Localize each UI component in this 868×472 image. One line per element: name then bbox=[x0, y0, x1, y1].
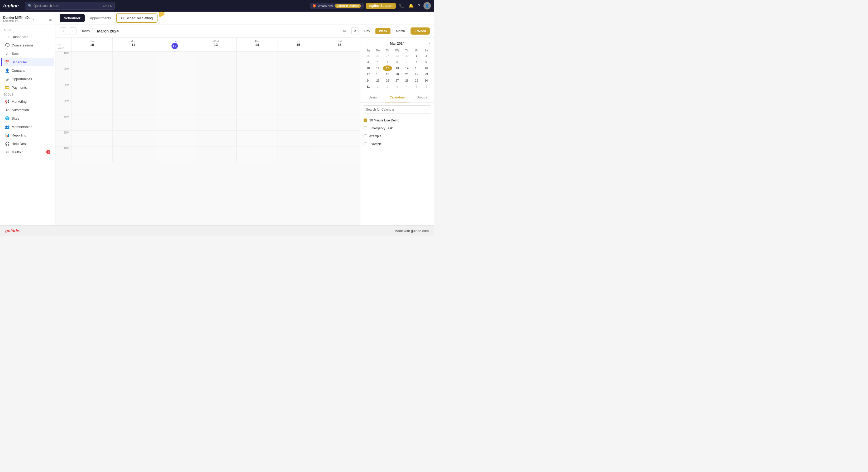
sidebar-collapse-button[interactable]: ☰ bbox=[49, 17, 52, 21]
calendar-cell[interactable] bbox=[319, 83, 360, 99]
mini-cal-day[interactable]: 25 bbox=[373, 78, 382, 83]
day-header-sat[interactable]: Sat 16 bbox=[319, 37, 360, 51]
support-button[interactable]: topline Support bbox=[366, 3, 396, 9]
mini-cal-prev[interactable]: ‹ bbox=[364, 41, 367, 46]
mini-cal-day[interactable]: 20 bbox=[393, 71, 402, 77]
sidebar-item-memberships[interactable]: 👥 Memberships bbox=[1, 123, 54, 131]
calendar-cell[interactable] bbox=[195, 67, 236, 83]
new-event-button[interactable]: + Week bbox=[410, 27, 430, 35]
tab-appointments[interactable]: Appointments bbox=[86, 14, 115, 22]
calendar-cell[interactable] bbox=[195, 131, 236, 147]
list-item[interactable]: Emergency Task bbox=[361, 124, 434, 132]
mini-cal-day[interactable]: 5 bbox=[383, 59, 392, 65]
rp-tab-calendars[interactable]: Calendars bbox=[385, 93, 409, 102]
sidebar-item-scheduler[interactable]: 📅 Scheduler bbox=[1, 58, 54, 66]
brightness-toggle[interactable]: ☀ bbox=[351, 27, 359, 35]
calendar-cell[interactable] bbox=[278, 147, 319, 163]
list-item[interactable]: example bbox=[361, 132, 434, 140]
mini-cal-day[interactable]: 27 bbox=[383, 53, 392, 59]
list-item[interactable]: Example bbox=[361, 140, 434, 148]
calendar-cell[interactable] bbox=[154, 83, 195, 99]
mini-cal-day[interactable]: 17 bbox=[364, 71, 373, 77]
calendar-cell[interactable] bbox=[237, 115, 278, 131]
mini-cal-day[interactable]: 31 bbox=[364, 84, 373, 89]
calendar-cell[interactable] bbox=[71, 115, 113, 131]
day-header-fri[interactable]: Fri 15 bbox=[278, 37, 319, 51]
calendar-cell[interactable] bbox=[195, 83, 236, 99]
mini-cal-day[interactable]: 7 bbox=[402, 59, 411, 65]
day-header-sun[interactable]: Sun 10 bbox=[71, 37, 113, 51]
mini-cal-day[interactable]: 2 bbox=[383, 84, 392, 89]
sidebar-item-opportunities[interactable]: ◎ Opportunities bbox=[1, 75, 54, 83]
sidebar-item-reporting[interactable]: 📊 Reporting bbox=[1, 131, 54, 139]
calendar-cell[interactable] bbox=[113, 131, 154, 147]
mini-cal-day[interactable]: 29 bbox=[412, 78, 421, 83]
mini-cal-day[interactable]: 1 bbox=[373, 84, 382, 89]
mini-cal-day[interactable]: 6 bbox=[422, 84, 431, 89]
sidebar-item-sites[interactable]: 🌐 Sites bbox=[1, 114, 54, 122]
list-item[interactable]: ✓30 Minute Live Demo bbox=[361, 116, 434, 124]
mini-cal-day[interactable]: 26 bbox=[373, 53, 382, 59]
mini-cal-day[interactable]: 26 bbox=[383, 78, 392, 83]
calendar-checkbox[interactable] bbox=[364, 126, 367, 130]
rp-tab-users[interactable]: Users bbox=[361, 93, 385, 102]
rp-tab-groups[interactable]: Groups bbox=[409, 93, 434, 102]
mini-cal-day[interactable]: 16 bbox=[422, 65, 431, 71]
mini-cal-day[interactable]: 28 bbox=[393, 53, 402, 59]
help-icon[interactable]: ? bbox=[417, 2, 421, 9]
calendar-cell[interactable] bbox=[278, 52, 319, 67]
calendar-cell[interactable] bbox=[154, 67, 195, 83]
calendar-cell[interactable] bbox=[113, 83, 154, 99]
calendar-cell[interactable] bbox=[71, 67, 113, 83]
workspace-info[interactable]: Dunder Mifflin (D... Scranton, PA ▾ bbox=[3, 16, 34, 23]
calendar-cell[interactable] bbox=[71, 52, 113, 67]
mini-cal-day[interactable]: 25 bbox=[364, 53, 373, 59]
calendar-cell[interactable] bbox=[319, 115, 360, 131]
calendar-cell[interactable] bbox=[319, 147, 360, 163]
sidebar-item-tasks[interactable]: ✓ Tasks bbox=[1, 50, 54, 58]
sidebar-item-mailfold[interactable]: ✉ Mailfold 1 bbox=[1, 148, 54, 156]
notifications-icon[interactable]: 🔔 bbox=[407, 2, 415, 9]
calendar-cell[interactable] bbox=[154, 147, 195, 163]
whats-new-button[interactable]: 🎁 What's New Calendar Updates bbox=[310, 3, 364, 9]
sidebar-item-contacts[interactable]: 👤 Contacts bbox=[1, 66, 54, 75]
mini-cal-day[interactable]: 27 bbox=[393, 78, 402, 83]
mini-cal-day[interactable]: 3 bbox=[364, 59, 373, 65]
calendar-cell[interactable] bbox=[154, 99, 195, 115]
mini-cal-day[interactable]: 4 bbox=[402, 84, 411, 89]
calendar-cell[interactable] bbox=[319, 131, 360, 147]
global-search[interactable]: 🔍 Quick search here Ctrl + K bbox=[25, 2, 115, 10]
calendar-cell[interactable] bbox=[237, 131, 278, 147]
calendar-cell[interactable] bbox=[195, 147, 236, 163]
mini-cal-day[interactable]: 9 bbox=[422, 59, 431, 65]
calendar-cell[interactable] bbox=[195, 115, 236, 131]
mini-cal-day[interactable]: 6 bbox=[393, 59, 402, 65]
sidebar-item-marketing[interactable]: 📢 Marketing bbox=[1, 97, 54, 105]
sidebar-item-automation[interactable]: ⚙ Automation bbox=[1, 106, 54, 114]
calendar-checkbox[interactable] bbox=[364, 142, 367, 146]
calendar-cell[interactable] bbox=[195, 99, 236, 115]
day-header-wed[interactable]: Wed 13 bbox=[195, 37, 236, 51]
phone-icon[interactable]: 📞 bbox=[398, 2, 405, 9]
mini-cal-day[interactable]: 5 bbox=[412, 84, 421, 89]
mini-cal-day[interactable]: 24 bbox=[364, 78, 373, 83]
calendar-cell[interactable] bbox=[71, 83, 113, 99]
day-header-mon[interactable]: Mon 11 bbox=[113, 37, 154, 51]
calendar-cell[interactable] bbox=[278, 115, 319, 131]
calendar-cell[interactable] bbox=[154, 52, 195, 67]
calendar-cell[interactable] bbox=[113, 147, 154, 163]
sidebar-item-helpdesk[interactable]: 🎧 Help Desk bbox=[1, 140, 54, 148]
calendar-cell[interactable] bbox=[113, 67, 154, 83]
calendar-cell[interactable] bbox=[278, 83, 319, 99]
calendar-cell[interactable] bbox=[71, 131, 113, 147]
mini-cal-day[interactable]: 12 bbox=[383, 65, 392, 71]
mini-cal-day[interactable]: 8 bbox=[412, 59, 421, 65]
mini-cal-day[interactable]: 14 bbox=[402, 65, 411, 71]
calendar-cell[interactable] bbox=[319, 67, 360, 83]
view-all-button[interactable]: All bbox=[340, 28, 349, 34]
view-week-button[interactable]: Week bbox=[375, 28, 391, 34]
calendar-cell[interactable] bbox=[154, 131, 195, 147]
mini-cal-day[interactable]: 11 bbox=[373, 65, 382, 71]
mini-cal-day[interactable]: 29 bbox=[402, 53, 411, 59]
calendar-cell[interactable] bbox=[237, 52, 278, 67]
